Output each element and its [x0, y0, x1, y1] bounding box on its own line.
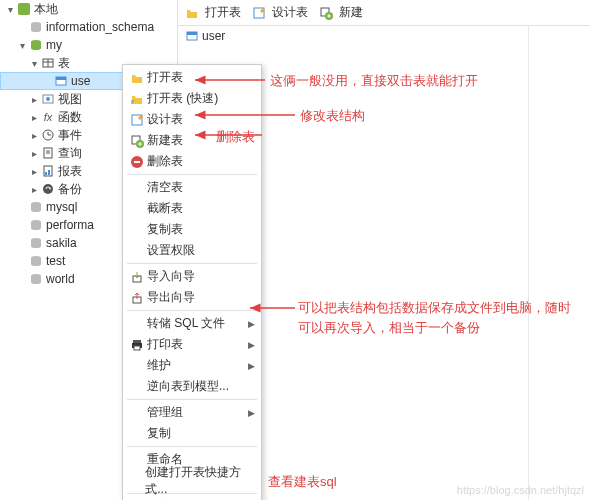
submenu-arrow-icon: ▶ — [248, 319, 255, 329]
blank-icon — [127, 201, 147, 217]
svg-rect-57 — [134, 346, 140, 350]
menu-label: 复制表 — [147, 221, 183, 238]
blank-icon — [127, 316, 147, 332]
svg-point-32 — [31, 244, 41, 248]
open-icon — [184, 5, 200, 21]
tree-label: use — [71, 74, 90, 88]
annotation-1: 这俩一般没用，直接双击表就能打开 — [270, 72, 478, 90]
toolbar-label: 新建 — [339, 4, 363, 21]
table-icon — [184, 28, 200, 44]
menu-label: 管理组 — [147, 404, 183, 421]
menu-item[interactable]: 打印表▶ — [123, 334, 261, 355]
tree-root[interactable]: ▾ 本地 — [0, 0, 177, 18]
menu-item[interactable]: 管理组▶ — [123, 402, 261, 423]
menu-label: 创建打开表快捷方式... — [145, 464, 253, 498]
open-fast-icon — [127, 91, 147, 107]
design-table-button[interactable]: 设计表 — [251, 4, 308, 21]
menu-item[interactable]: 导出向导 — [123, 287, 261, 308]
tree-label: test — [46, 254, 65, 268]
toolbar-label: 设计表 — [272, 4, 308, 21]
toolbar-label: 打开表 — [205, 4, 241, 21]
annotation-4: 可以把表结构包括数据保存成文件到电脑，随时可以再次导入，相当于一个备份 — [298, 298, 578, 337]
tree-label: 备份 — [58, 181, 82, 198]
menu-item[interactable]: 转储 SQL 文件▶ — [123, 313, 261, 334]
menu-label: 导入向导 — [147, 268, 195, 285]
print-icon — [127, 337, 147, 353]
database-icon — [28, 199, 44, 215]
tree-label: 查询 — [58, 145, 82, 162]
menu-item[interactable]: 打开表 (快速) — [123, 88, 261, 109]
svg-point-26 — [31, 208, 41, 212]
svg-rect-45 — [187, 32, 197, 35]
database-icon — [28, 253, 44, 269]
blank-icon — [127, 405, 147, 421]
svg-rect-21 — [45, 172, 47, 175]
menu-label: 逆向表到模型... — [147, 378, 229, 395]
menu-label: 复制 — [147, 425, 171, 442]
menu-item[interactable]: 复制 — [123, 423, 261, 444]
new-icon — [127, 133, 147, 149]
query-icon — [40, 145, 56, 161]
blank-icon — [127, 379, 147, 395]
database-icon — [28, 217, 44, 233]
table-icon — [53, 73, 69, 89]
menu-item[interactable]: 删除表 — [123, 151, 261, 172]
table-group-icon — [40, 55, 56, 71]
grid-divider — [528, 26, 529, 500]
menu-item[interactable]: 截断表 — [123, 198, 261, 219]
tree-db-my[interactable]: ▾ my — [0, 36, 177, 54]
menu-separator — [127, 446, 257, 447]
blank-icon — [127, 358, 147, 374]
blank-icon — [127, 243, 147, 259]
event-icon — [40, 127, 56, 143]
svg-point-38 — [31, 280, 41, 284]
delete-icon — [127, 154, 147, 170]
menu-item[interactable]: 清空表 — [123, 177, 261, 198]
tree-label: performa — [46, 218, 94, 232]
blank-icon — [127, 426, 147, 442]
menu-label: 打开表 — [147, 69, 183, 86]
svg-rect-0 — [18, 3, 30, 15]
menu-item[interactable]: 打开表 — [123, 67, 261, 88]
tree-label: 表 — [58, 55, 70, 72]
watermark: https://blog.csdn.net/hjtqzl — [457, 484, 584, 496]
menu-item[interactable]: 复制表 — [123, 219, 261, 240]
blank-icon — [127, 180, 147, 196]
tree-label: information_schema — [46, 20, 154, 34]
menu-item[interactable]: 设置权限 — [123, 240, 261, 261]
new-table-button[interactable]: 新建 — [318, 4, 363, 21]
tree-label: 视图 — [58, 91, 82, 108]
tree-db[interactable]: information_schema — [0, 18, 177, 36]
fx-icon: fx — [40, 109, 56, 125]
menu-item[interactable]: 逆向表到模型... — [123, 376, 261, 397]
menu-item[interactable]: 创建打开表快捷方式... — [123, 470, 261, 491]
database-icon — [28, 271, 44, 287]
tree-label: 报表 — [58, 163, 82, 180]
open-table-button[interactable]: 打开表 — [184, 4, 241, 21]
tree-label: 函数 — [58, 109, 82, 126]
menu-item[interactable]: 导入向导 — [123, 266, 261, 287]
export-icon — [127, 290, 147, 306]
menu-label: 设计表 — [147, 111, 183, 128]
menu-label: 打印表 — [147, 336, 183, 353]
svg-point-23 — [43, 184, 53, 194]
twisty-icon: ▾ — [16, 40, 28, 51]
menu-label: 维护 — [147, 357, 171, 374]
import-icon — [127, 269, 147, 285]
menu-item[interactable]: 设计表 — [123, 109, 261, 130]
menu-separator — [127, 263, 257, 264]
svg-rect-22 — [48, 170, 50, 175]
menu-separator — [127, 174, 257, 175]
database-icon — [28, 19, 44, 35]
menu-item[interactable]: 刷新 — [123, 496, 261, 500]
menu-label: 截断表 — [147, 200, 183, 217]
tree-label: my — [46, 38, 62, 52]
menu-item[interactable]: 维护▶ — [123, 355, 261, 376]
blank-icon — [127, 473, 145, 489]
view-icon — [40, 91, 56, 107]
new-icon — [318, 5, 334, 21]
database-active-icon — [28, 37, 44, 53]
svg-rect-55 — [133, 340, 141, 343]
svg-point-6 — [31, 46, 41, 50]
backup-icon — [40, 181, 56, 197]
